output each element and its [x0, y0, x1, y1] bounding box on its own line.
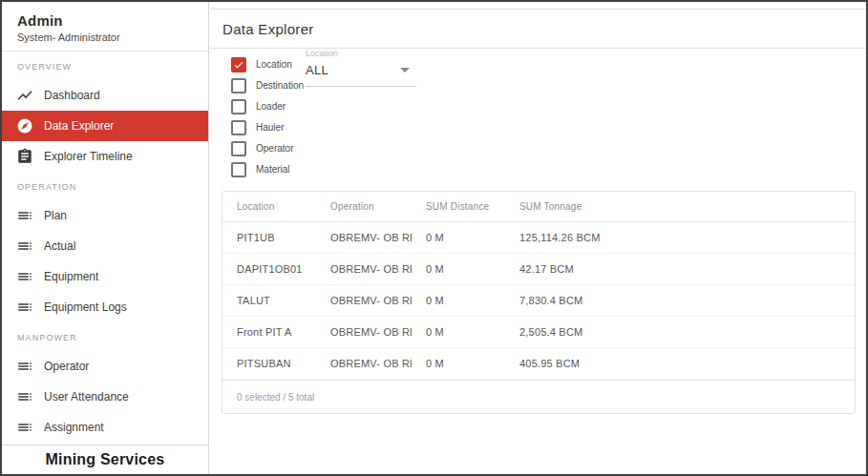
main-content: Data Explorer Location Destination Loade…	[210, 2, 866, 474]
sidebar-item-equipment-logs[interactable]: Equipment Logs	[2, 292, 208, 322]
cell-sum-tonnage: 2,505.4 BCM	[505, 326, 855, 338]
line-chart-icon	[16, 87, 33, 104]
cell-sum-distance: 0 M	[412, 358, 505, 369]
checkbox-destination[interactable]: Destination	[231, 77, 304, 93]
sidebar-item-equipment[interactable]: Equipment	[2, 261, 208, 292]
cell-sum-tonnage: 405.95 BCM	[505, 358, 855, 369]
sidebar-item-label: Plan	[44, 209, 67, 222]
sidebar-item-label: Equipment	[44, 270, 98, 283]
cell-sum-tonnage: 42.17 BCM	[505, 263, 855, 275]
section-label-manpower: MANPOWER	[2, 332, 208, 343]
table-footer: 0 selected / 5 total	[222, 380, 855, 413]
table-row[interactable]: PITSUBAN OBREMV- OB REMOV 0 M 405.95 BCM	[222, 348, 855, 380]
table-row[interactable]: TALUT OBREMV- OB REMOV 0 M 7,830.4 BCM	[222, 285, 855, 317]
location-select-value-row[interactable]: ALL	[306, 59, 416, 87]
app-window: { "colors": { "accent": "#d1382e", "acti…	[0, 0, 868, 476]
sidebar-item-label: Equipment Logs	[44, 300, 127, 314]
chevron-down-icon[interactable]	[400, 68, 410, 72]
sidebar-item-plan[interactable]: Plan	[2, 200, 208, 231]
sidebar-item-operator[interactable]: Operator	[2, 351, 208, 382]
sidebar-item-label: Operator	[44, 360, 89, 373]
checkbox-box[interactable]	[231, 57, 246, 72]
sidebar-item-actual[interactable]: Actual	[2, 231, 208, 261]
cell-sum-distance: 0 M	[412, 263, 505, 275]
checkbox-hauler[interactable]: Hauler	[231, 119, 304, 135]
sidebar-item-assignment[interactable]: Assignment	[2, 412, 208, 443]
table-row[interactable]: DAPIT1OB01 OBREMV- OB REMOV 0 M 42.17 BC…	[222, 254, 855, 285]
checkbox-box[interactable]	[231, 120, 246, 135]
brand-name: Mining Services	[2, 445, 208, 474]
sidebar-item-user-attendance[interactable]: User Attendance	[2, 382, 208, 412]
table-row[interactable]: Front PIT A OBREMV- OB REMOV 0 M 2,505.4…	[222, 317, 855, 348]
list-icon	[16, 238, 33, 255]
checkbox-label: Location	[256, 59, 292, 70]
column-header-sum-distance: SUM Distance	[412, 201, 505, 212]
checkbox-location[interactable]: Location	[231, 56, 304, 72]
column-header-location: Location	[222, 201, 316, 212]
cell-operation: OBREMV- OB REMOV	[316, 358, 412, 369]
user-block: Admin System- Administrator	[2, 2, 208, 52]
sidebar-item-label: Explorer Timeline	[44, 150, 133, 163]
checkbox-label: Material	[256, 164, 290, 175]
list-icon	[16, 388, 33, 405]
cell-sum-distance: 0 M	[412, 295, 505, 306]
checkbox-loader[interactable]: Loader	[231, 98, 304, 114]
check-icon	[233, 59, 244, 71]
checkbox-operator[interactable]: Operator	[231, 140, 304, 156]
checkbox-box[interactable]	[231, 162, 246, 177]
clipboard-icon	[16, 148, 33, 165]
column-header-operation: Operation	[316, 201, 412, 212]
cell-operation: OBREMV- OB REMOV	[316, 326, 412, 338]
checkbox-box[interactable]	[231, 141, 246, 156]
table-header-row: Location Operation SUM Distance SUM Tonn…	[222, 192, 855, 222]
section-label-operation: OPERATION	[2, 181, 208, 193]
sidebar-item-explorer-timeline[interactable]: Explorer Timeline	[2, 141, 208, 172]
user-role: System- Administrator	[17, 31, 193, 43]
list-icon	[16, 358, 33, 375]
cell-location: Front PIT A	[222, 326, 316, 338]
cell-operation: OBREMV- OB REMOV	[316, 295, 412, 306]
location-select-label: Location	[306, 49, 416, 58]
sidebar-item-label: User Attendance	[44, 390, 129, 404]
list-icon	[16, 299, 33, 316]
cell-sum-tonnage: 7,830.4 BCM	[505, 295, 855, 306]
cell-sum-distance: 0 M	[412, 326, 505, 338]
table-row[interactable]: PIT1UB OBREMV- OB REMOV 0 M 125,114.26 B…	[222, 222, 855, 254]
checkbox-box[interactable]	[231, 78, 246, 93]
cell-location: PIT1UB	[222, 232, 316, 243]
page-header: Data Explorer	[210, 9, 866, 49]
checkbox-box[interactable]	[231, 99, 246, 114]
cell-operation: OBREMV- OB REMOV	[316, 232, 412, 243]
results-table: Location Operation SUM Distance SUM Tonn…	[222, 191, 856, 414]
cell-sum-tonnage: 125,114.26 BCM	[505, 232, 855, 243]
sidebar-item-label: Actual	[44, 239, 75, 253]
list-icon	[16, 419, 33, 436]
sidebar-item-label: Dashboard	[44, 89, 100, 102]
sidebar-item-dashboard[interactable]: Dashboard	[2, 80, 208, 111]
section-label-overview: OVERVIEW	[2, 61, 208, 72]
sidebar-item-data-explorer[interactable]: Data Explorer	[2, 111, 208, 141]
selection-status: 0 selected / 5 total	[237, 392, 314, 403]
list-icon	[16, 207, 33, 224]
compass-icon	[16, 117, 33, 135]
cell-sum-distance: 0 M	[412, 232, 505, 243]
checkbox-label: Hauler	[256, 122, 284, 133]
checkbox-label: Operator	[256, 143, 293, 154]
sidebar: Admin System- Administrator OVERVIEW Das…	[2, 2, 209, 474]
cell-operation: OBREMV- OB REMOV	[316, 263, 412, 275]
sidebar-item-label: Data Explorer	[44, 119, 114, 133]
cell-location: TALUT	[222, 295, 316, 306]
checkbox-material[interactable]: Material	[231, 161, 304, 177]
user-name: Admin	[17, 12, 193, 29]
cell-location: PITSUBAN	[222, 358, 316, 369]
location-select[interactable]: Location ALL	[306, 49, 416, 87]
location-select-value: ALL	[306, 63, 328, 77]
column-header-sum-tonnage: SUM Tonnage	[505, 201, 855, 212]
filter-checkbox-group: Location Destination Loader Hauler Opera…	[231, 56, 304, 182]
sidebar-item-label: Assignment	[44, 421, 104, 434]
checkbox-label: Loader	[256, 101, 286, 112]
list-icon	[16, 268, 33, 285]
checkbox-label: Destination	[256, 80, 304, 91]
page-title: Data Explorer	[222, 21, 314, 37]
cell-location: DAPIT1OB01	[222, 263, 316, 275]
